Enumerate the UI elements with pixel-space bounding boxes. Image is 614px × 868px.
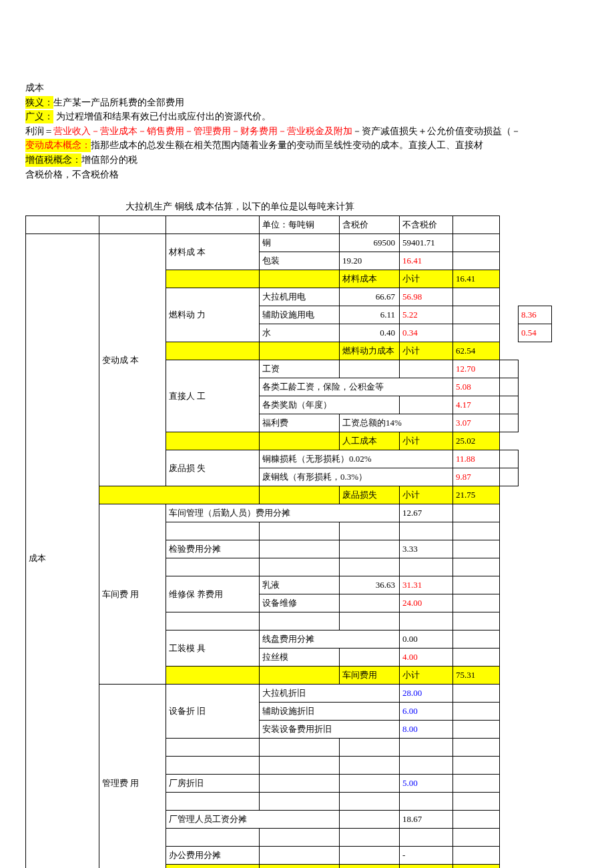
desc: 工资总额的14% xyxy=(340,414,453,432)
item: 辅助设施折旧 xyxy=(260,703,400,721)
val: 18.67 xyxy=(400,811,453,829)
subtotal-row: 废品损失 小计 21.75 xyxy=(26,486,589,504)
val: 36.63 xyxy=(340,576,400,594)
val: 11.88 xyxy=(453,450,500,468)
table-row: 车间费 用 车间管理（后勤人员）费用分摊 12.67 xyxy=(26,504,589,522)
varcost-label: 变动成本概念： xyxy=(25,139,91,152)
item: 厂管理人员工资分摊 xyxy=(166,811,340,829)
ext-val: 0.54 xyxy=(519,324,552,342)
table-row: 成本 变动成 本 材料成 本 铜 69500 59401.71 xyxy=(26,234,589,252)
val: 8.00 xyxy=(400,721,453,739)
item: 各类奖励（年度） xyxy=(260,396,400,414)
val: 5.22 xyxy=(400,306,453,324)
sub-xj: 小计 xyxy=(400,270,453,288)
profit-tail: －资产减值损失＋公允价值变动损益（－ xyxy=(352,126,521,136)
item: 检验费用分摊 xyxy=(166,540,260,558)
sub-val: 75.31 xyxy=(453,667,500,685)
workshop-cost: 车间费 用 xyxy=(99,504,166,685)
item: 大拉机折旧 xyxy=(260,685,400,703)
mgmt-cost: 管理费 用 xyxy=(99,685,166,868)
val: 19.20 xyxy=(340,252,400,270)
ext-val: 8.36 xyxy=(519,306,552,324)
tooling: 工装模 具 xyxy=(166,630,260,667)
vat-label: 增值税概念： xyxy=(25,153,81,167)
variable-cost: 变动成 本 xyxy=(99,234,166,486)
profit-label: 利润＝ xyxy=(25,126,53,136)
cost-table: 单位：每吨铜 含税价 不含税价 成本 变动成 本 材料成 本 铜 69500 5… xyxy=(25,215,589,868)
val: 59401.71 xyxy=(400,234,453,252)
sub-val: 16.41 xyxy=(453,270,500,288)
vat-text: 增值部分的税 xyxy=(81,155,137,165)
sub-xj: 小计 xyxy=(400,486,453,504)
item: 线盘费用分摊 xyxy=(260,630,400,648)
val: 3.07 xyxy=(453,414,500,432)
val: 4.17 xyxy=(453,396,500,414)
broad-text: 为过程增值和结果有效已付出或应付出的资源代价。 xyxy=(53,111,271,121)
narrow-text: 生产某一产品所耗费的全部费用 xyxy=(53,97,184,107)
sub-xj: 小计 xyxy=(400,667,453,685)
item: 大拉机用电 xyxy=(260,288,340,306)
hdr-notax: 不含税价 xyxy=(400,216,453,234)
val: 3.33 xyxy=(400,540,453,558)
item: 水 xyxy=(260,324,340,342)
val: 24.00 xyxy=(400,594,453,612)
sub-val: 21.75 xyxy=(453,486,500,504)
val: 6.00 xyxy=(400,703,453,721)
item: 拉丝模 xyxy=(260,648,340,667)
fuel-power: 燃料动 力 xyxy=(166,288,260,342)
val: 28.00 xyxy=(400,685,453,703)
narrow-label: 狭义： xyxy=(25,96,53,109)
item: 铜 xyxy=(260,234,340,252)
val: 0.40 xyxy=(340,324,400,342)
hdr-tax: 含税价 xyxy=(340,216,400,234)
item: 厂房折旧 xyxy=(166,775,260,793)
sub-label: 废品损失 xyxy=(340,486,400,504)
sub-label: 人工成本 xyxy=(340,432,400,450)
item: 工资 xyxy=(260,360,340,378)
sub-xj: 小计 xyxy=(400,342,453,360)
sub-label: 管理费用 xyxy=(340,865,400,868)
sub-label: 燃料动力成本 xyxy=(340,342,400,360)
val: 69500 xyxy=(340,234,400,252)
item: 乳液 xyxy=(260,576,340,594)
val: 9.87 xyxy=(453,468,500,486)
sub-xj: 小计 xyxy=(400,432,453,450)
root-cost: 成本 xyxy=(26,234,99,868)
val: 5.00 xyxy=(400,775,453,793)
table-title: 大拉机生产 铜线 成本估算，以下的单位是以每吨来计算 xyxy=(125,201,589,213)
val: 12.70 xyxy=(453,360,500,378)
val: 0.00 xyxy=(400,630,453,648)
sub-val: 25.02 xyxy=(453,432,500,450)
item: 设备维修 xyxy=(260,594,340,612)
waste-loss: 废品损 失 xyxy=(166,450,260,486)
val: 56.98 xyxy=(400,288,453,306)
val: 16.41 xyxy=(400,252,453,270)
material-cost: 材料成 本 xyxy=(166,234,260,270)
item: 辅助设施用电 xyxy=(260,306,340,324)
profit-formula: 营业收入－营业成本－销售费用－管理费用－财务费用－营业税金及附加 xyxy=(53,126,352,136)
val: 31.31 xyxy=(400,576,453,594)
sub-val: 62.54 xyxy=(453,342,500,360)
broad-label: 广义： xyxy=(25,110,53,123)
price-note: 含税价格，不含税价格 xyxy=(25,169,119,179)
val: 4.00 xyxy=(400,648,453,667)
hdr-unit: 单位：每吨铜 xyxy=(260,216,340,234)
item: 福利费 xyxy=(260,414,340,432)
val: 6.11 xyxy=(340,306,400,324)
item: 安装设备费用折旧 xyxy=(260,721,400,739)
line1: 成本 xyxy=(25,83,44,93)
header-row: 单位：每吨铜 含税价 不含税价 xyxy=(26,216,589,234)
direct-labor: 直接人 工 xyxy=(166,360,260,432)
val: 0.34 xyxy=(400,324,453,342)
sub-label: 车间费用 xyxy=(340,667,400,685)
varcost-text: 指那些成本的总发生额在相关范围内随着业务量的变动而呈线性变动的成本。直接人工、直… xyxy=(91,140,483,150)
equip-depr: 设备折 旧 xyxy=(166,685,260,739)
val: 66.67 xyxy=(340,288,400,306)
item: 铜糠损耗（无形损耗）0.02% xyxy=(260,450,453,468)
maint-cost: 维修保 养费用 xyxy=(166,576,260,612)
intro-text: 成本 狭义：生产某一产品所耗费的全部费用 广义： 为过程增值和结果有效已付出或应… xyxy=(25,81,589,181)
sub-val: 65.67 xyxy=(453,865,500,868)
sub-label: 材料成本 xyxy=(340,270,400,288)
sub-xj: 小计 xyxy=(400,865,453,868)
item: 各类工龄工资，保险，公积金等 xyxy=(260,378,453,396)
